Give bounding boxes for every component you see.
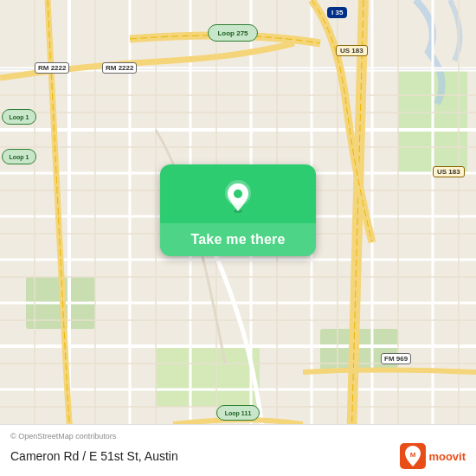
svg-rect-2 bbox=[156, 346, 260, 407]
moovit-logo: M moovit bbox=[400, 443, 466, 469]
badge-fm969: FM 969 bbox=[381, 353, 411, 364]
map-container: Loop 275 I 35 US 183 US 183 RM 2222 RM 2… bbox=[0, 0, 476, 476]
badge-rm2222a: RM 2222 bbox=[35, 62, 69, 74]
moovit-icon: M bbox=[400, 443, 426, 469]
badge-loop111: Loop 111 bbox=[216, 405, 260, 421]
badge-rm2222b: RM 2222 bbox=[102, 62, 137, 74]
badge-i35: I 35 bbox=[327, 7, 347, 18]
badge-loop1b: Loop 1 bbox=[2, 149, 36, 164]
badge-us183-right: US 183 bbox=[433, 166, 465, 177]
svg-point-46 bbox=[234, 190, 242, 198]
button-icon-area bbox=[205, 164, 271, 223]
info-bar: © OpenStreetMap contributors Cameron Rd … bbox=[0, 424, 476, 476]
svg-text:M: M bbox=[410, 451, 416, 459]
button-label: Take me there bbox=[160, 223, 316, 256]
badge-us183-top: US 183 bbox=[336, 45, 368, 56]
badge-loop275: Loop 275 bbox=[208, 24, 258, 42]
location-row: Cameron Rd / E 51st St, Austin M moovit bbox=[10, 443, 466, 469]
badge-loop1a: Loop 1 bbox=[2, 109, 36, 125]
moovit-text: moovit bbox=[428, 450, 466, 463]
location-text: Cameron Rd / E 51st St, Austin bbox=[10, 449, 178, 463]
location-pin-icon bbox=[222, 180, 254, 216]
copyright-text: © OpenStreetMap contributors bbox=[10, 432, 466, 441]
take-me-there-button[interactable]: Take me there bbox=[160, 164, 316, 256]
